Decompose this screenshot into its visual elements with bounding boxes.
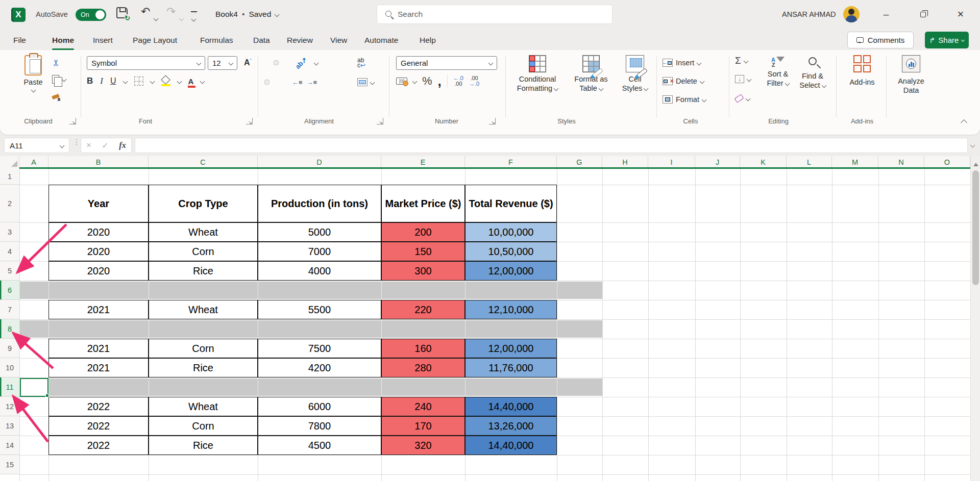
copy-button[interactable] [52, 72, 66, 86]
font-color-icon[interactable]: A [188, 78, 194, 85]
select-all-corner[interactable] [0, 156, 19, 168]
crop-cell[interactable]: Corn [149, 339, 258, 358]
row-header-2[interactable]: 2 [0, 185, 19, 222]
number-format-select[interactable]: General [396, 56, 497, 70]
year-cell[interactable]: 2020 [48, 222, 149, 242]
format-as-table-button[interactable]: Format asTable [568, 55, 615, 93]
search-input[interactable]: Search [377, 5, 612, 24]
underline-chevron-icon[interactable] [122, 79, 128, 84]
price-cell[interactable]: 170 [381, 416, 465, 436]
column-header-I[interactable]: I [648, 156, 695, 168]
year-cell[interactable]: 2021 [48, 339, 149, 358]
crop-cell[interactable]: Corn [149, 416, 258, 436]
production-cell[interactable]: 7000 [258, 242, 381, 261]
price-cell[interactable]: 220 [381, 300, 465, 319]
accounting-format-icon[interactable]: [0] [396, 78, 407, 85]
row-header-10[interactable]: 10 [0, 358, 19, 377]
document-title[interactable]: Book4 • Saved [215, 10, 279, 19]
wrap-text-button[interactable]: abc↩ [357, 56, 365, 69]
analyze-data-button[interactable]: AnalyzeData [892, 55, 930, 95]
comma-style-button[interactable]: , [438, 79, 442, 84]
tab-help[interactable]: Help [419, 33, 437, 48]
year-cell[interactable]: 2020 [48, 261, 149, 281]
tab-review[interactable]: Review [286, 33, 314, 48]
vertical-scrollbar[interactable] [970, 156, 980, 481]
crop-cell[interactable]: Wheat [149, 397, 258, 416]
selected-cell-A11[interactable] [20, 378, 48, 397]
tab-view[interactable]: View [329, 33, 348, 48]
table-header-cell[interactable]: Crop Type [149, 185, 258, 222]
align-right-button[interactable] [283, 80, 288, 85]
production-cell[interactable]: 4500 [258, 436, 381, 455]
undo-icon[interactable]: ↶ [141, 6, 150, 17]
tab-file[interactable]: File [12, 33, 27, 48]
minimize-button[interactable]: – [876, 7, 896, 21]
enter-icon[interactable]: ✓ [102, 141, 108, 150]
formula-bar-grip[interactable]: ⋮ [73, 140, 80, 144]
row-header-1[interactable]: 1 [0, 168, 19, 185]
increase-font-button[interactable]: Aˆ [244, 58, 252, 67]
fill-button[interactable]: ↓ [735, 72, 751, 86]
format-cells-button[interactable]: Format [663, 93, 706, 106]
row-header-4[interactable]: 4 [0, 242, 19, 261]
close-button[interactable]: × [950, 7, 971, 21]
tab-insert[interactable]: Insert [92, 33, 114, 48]
crop-cell[interactable]: Wheat [149, 300, 258, 319]
column-header-F[interactable]: F [465, 156, 557, 168]
revenue-cell[interactable]: 12,00,000 [465, 261, 557, 281]
column-header-N[interactable]: N [878, 156, 924, 168]
number-dialog-launcher[interactable] [489, 118, 496, 124]
font-color-chevron-icon[interactable] [200, 79, 205, 84]
comments-button[interactable]: Comments [847, 32, 914, 48]
column-header-H[interactable]: H [602, 156, 648, 168]
alignment-dialog-launcher[interactable] [377, 118, 383, 124]
increase-indent-button[interactable]: →≡ [307, 79, 317, 86]
year-cell[interactable]: 2022 [48, 416, 149, 436]
tab-automate[interactable]: Automate [363, 33, 399, 48]
revenue-cell[interactable]: 10,00,000 [465, 222, 557, 242]
format-painter-button[interactable] [52, 91, 60, 104]
bold-button[interactable]: B [87, 76, 93, 86]
column-header-D[interactable]: D [258, 156, 381, 168]
save-icon[interactable] [116, 7, 128, 18]
undo-chevron-icon[interactable] [154, 13, 158, 22]
year-cell[interactable]: 2021 [48, 300, 149, 319]
crop-cell[interactable]: Rice [149, 261, 258, 281]
price-cell[interactable]: 320 [381, 436, 465, 455]
revenue-cell[interactable]: 14,40,000 [465, 397, 557, 416]
quick-access-more-icon[interactable] [191, 11, 197, 23]
conditional-formatting-button[interactable]: ConditionalFormatting [510, 55, 565, 93]
fill-color-icon[interactable] [161, 76, 170, 86]
align-center-button[interactable] [274, 80, 279, 85]
production-cell[interactable]: 7800 [258, 416, 381, 436]
row-header-8[interactable]: 8 [0, 319, 19, 339]
excel-logo-icon[interactable]: X [11, 8, 26, 22]
collapse-ribbon-icon[interactable] [961, 119, 967, 126]
year-cell[interactable]: 2022 [48, 397, 149, 416]
spreadsheet-grid[interactable]: ABCDEFGHIJKLMNO 123456789101112131415 Ye… [0, 156, 980, 481]
price-cell[interactable]: 240 [381, 397, 465, 416]
sort-filter-button[interactable]: AZ Sort &Filter [762, 55, 794, 88]
redo-chevron-icon[interactable] [180, 13, 183, 22]
cancel-icon[interactable]: × [86, 141, 91, 150]
paste-button[interactable]: Paste [15, 55, 51, 92]
tab-formulas[interactable]: Formulas [199, 33, 234, 48]
crop-cell[interactable]: Rice [149, 358, 258, 377]
borders-icon[interactable] [134, 77, 143, 86]
cut-button[interactable]: ✂ [52, 56, 60, 69]
revenue-cell[interactable]: 10,50,000 [465, 242, 557, 261]
tab-data[interactable]: Data [252, 33, 271, 48]
align-left-button[interactable] [264, 80, 270, 85]
increase-decimal-button[interactable]: ←.0.00 [453, 75, 463, 87]
revenue-cell[interactable]: 11,76,000 [465, 358, 557, 377]
production-cell[interactable]: 7500 [258, 339, 381, 358]
revenue-cell[interactable]: 12,10,000 [465, 300, 557, 319]
align-bottom-button[interactable] [283, 60, 288, 65]
cell-styles-button[interactable]: CellStyles [619, 55, 651, 93]
table-header-cell[interactable]: Market Price ($) [381, 185, 465, 222]
revenue-cell[interactable]: 13,26,000 [465, 416, 557, 436]
tab-page-layout[interactable]: Page Layout [132, 33, 178, 48]
font-name-select[interactable]: Symbol [87, 56, 205, 70]
restore-button[interactable] [913, 7, 933, 21]
table-header-cell[interactable]: Total Revenue ($) [465, 185, 557, 222]
